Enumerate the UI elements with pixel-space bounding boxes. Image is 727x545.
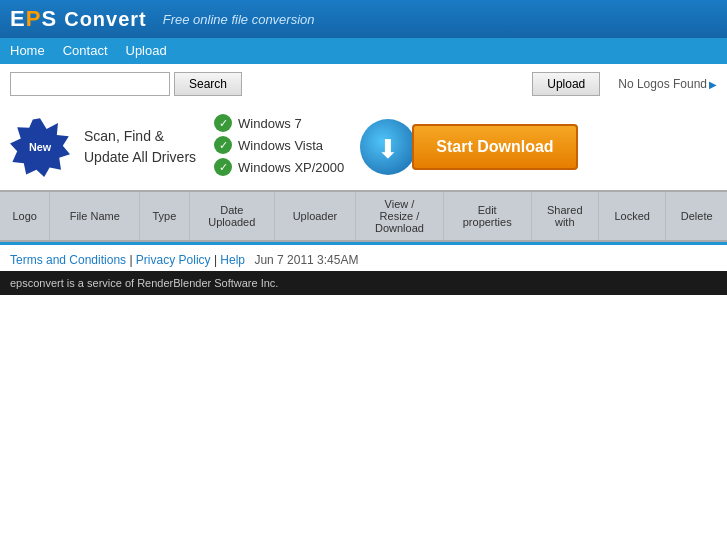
search-input[interactable]: [10, 72, 170, 96]
table-header-wrap: Logo File Name Type Date Uploaded Upload…: [0, 190, 727, 242]
download-circle-icon: ⬇: [360, 119, 416, 175]
start-download-button[interactable]: Start Download: [412, 124, 577, 170]
footer-date: Jun 7 2011 3:45AM: [254, 253, 358, 267]
col-edit: Edit properties: [443, 192, 531, 240]
windows-list: ✓ Windows 7 ✓ Windows Vista ✓ Windows XP…: [214, 114, 344, 180]
windows-xp-item: ✓ Windows XP/2000: [214, 158, 344, 176]
privacy-link[interactable]: Privacy Policy: [136, 253, 211, 267]
nav-upload[interactable]: Upload: [126, 38, 167, 64]
col-logo: Logo: [0, 192, 50, 240]
upload-button[interactable]: Upload: [532, 72, 600, 96]
col-uploader: Uploader: [274, 192, 355, 240]
check-icon-xp: ✓: [214, 158, 232, 176]
nav-contact[interactable]: Contact: [63, 38, 108, 64]
no-logos-text: No Logos Found: [618, 77, 707, 91]
col-shared: Shared with: [531, 192, 598, 240]
new-badge-icon: New: [10, 117, 70, 177]
col-filename: File Name: [50, 192, 140, 240]
new-badge-wrap: New: [10, 117, 70, 177]
top-header: EPS Convert Free online file conversion: [0, 0, 727, 38]
col-type: Type: [140, 192, 190, 240]
col-view: View / Resize / Download: [356, 192, 444, 240]
search-button[interactable]: Search: [174, 72, 242, 96]
download-btn-wrap: ⬇ Start Download: [360, 119, 577, 175]
copyright-text: epsconvert is a service of RenderBlender…: [10, 277, 278, 289]
site-logo: EPS Convert: [10, 6, 147, 32]
col-locked: Locked: [598, 192, 665, 240]
scan-text: Scan, Find & Update All Drivers: [84, 126, 196, 168]
nav-bar: Home Contact Upload: [0, 38, 727, 64]
search-upload-bar: Search Upload No Logos Found ▶: [0, 64, 727, 104]
tagline: Free online file conversion: [163, 12, 315, 27]
check-icon-vista: ✓: [214, 136, 232, 154]
windows-vista-item: ✓ Windows Vista: [214, 136, 344, 154]
check-icon-win7: ✓: [214, 114, 232, 132]
help-link[interactable]: Help: [220, 253, 245, 267]
col-date: Date Uploaded: [189, 192, 274, 240]
ad-arrow-icon: ▶: [709, 79, 717, 90]
terms-link[interactable]: Terms and Conditions: [10, 253, 126, 267]
ad-banner: New Scan, Find & Update All Drivers ✓ Wi…: [0, 104, 727, 190]
footer-links: Terms and Conditions | Privacy Policy | …: [0, 245, 727, 271]
upload-area: Upload No Logos Found ▶: [528, 72, 717, 96]
col-delete: Delete: [666, 192, 727, 240]
nav-home[interactable]: Home: [10, 38, 45, 64]
download-arrow-icon: ⬇: [377, 136, 399, 162]
windows-7-item: ✓ Windows 7: [214, 114, 344, 132]
svg-text:New: New: [29, 141, 52, 153]
footer-bar: epsconvert is a service of RenderBlender…: [0, 271, 727, 295]
file-table-header: Logo File Name Type Date Uploaded Upload…: [0, 192, 727, 240]
